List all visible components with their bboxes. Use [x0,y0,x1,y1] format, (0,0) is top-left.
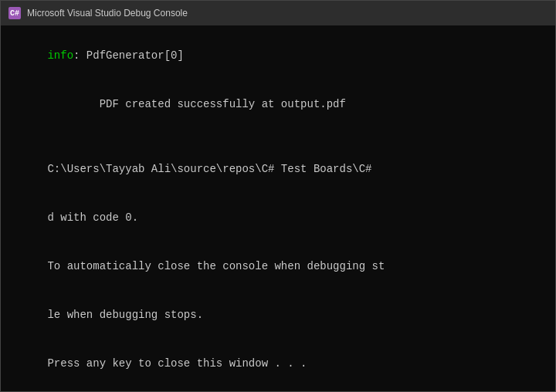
title-bar: C# Microsoft Visual Studio Debug Console [1,1,555,25]
vs-icon: C# [8,7,21,19]
pdf-created-text: PDF created successfully at output.pdf [47,98,345,110]
info-label: info [47,49,73,62]
press-key-text: Press any key to close this window . . . [47,357,307,370]
title-bar-text: Microsoft Visual Studio Debug Console [27,8,188,19]
console-line-path: C:\Users\Tayyab Ali\source\repos\C# Test… [8,145,548,194]
empty-line-2 [8,388,548,391]
console-line-debugging: le when debugging stops. [8,291,548,340]
auto-close-text: To automatically close the console when … [47,260,385,272]
console-line-info: info: PdfGenerator[0] [8,32,548,80]
console-line-press-key: Press any key to close this window . . . [8,340,548,388]
console-line-code: d with code 0. [8,194,548,242]
info-separator: : PdfGenerator[0] [73,49,184,62]
console-body[interactable]: info: PdfGenerator[0] PDF created succes… [1,25,555,391]
console-line-auto-close: To automatically close the console when … [8,242,548,291]
debugging-text: le when debugging stops. [47,309,203,321]
console-line-pdf: PDF created successfully at output.pdf [8,80,548,129]
empty-line-1 [8,129,548,145]
code-text: d with code 0. [47,211,138,224]
path-text: C:\Users\Tayyab Ali\source\repos\C# Test… [47,163,371,175]
vs-debug-console-window: C# Microsoft Visual Studio Debug Console… [0,0,556,392]
